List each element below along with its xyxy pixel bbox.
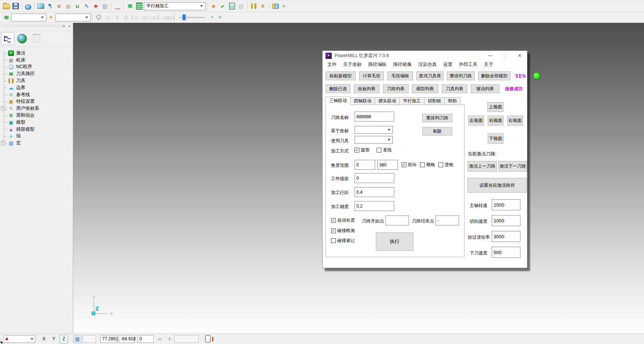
sim-tool-button[interactable]: ✦ — [46, 13, 56, 22]
open-file-button[interactable] — [2, 1, 11, 11]
tree-item-boundaries[interactable]: ☁ 边界 — [0, 84, 73, 91]
collision-avoid-checkbox[interactable]: 碰撞避让 — [331, 238, 355, 243]
start-point-input[interactable] — [385, 215, 409, 225]
cross-arrows-button[interactable]: ✕ — [258, 1, 267, 11]
tolerance-input[interactable] — [355, 201, 394, 211]
circle-checkbox[interactable]: ✓ 圆形 — [355, 147, 370, 153]
axis-x-button[interactable]: X — [40, 335, 48, 343]
drive-list-button[interactable]: 驱动列表 — [471, 84, 499, 93]
line-checkbox[interactable]: 直线 — [377, 147, 392, 153]
delete-all-models-button[interactable]: 删除全部模型 — [478, 71, 510, 80]
device-icon[interactable] — [205, 335, 210, 343]
paste-new-model-button[interactable]: 粘贴新模型 — [325, 71, 356, 80]
tree-item-groups[interactable]: ◈ 组 — [0, 133, 73, 140]
workplane-combobox[interactable] — [4, 335, 35, 343]
sim-tool-combobox[interactable] — [56, 14, 91, 21]
pattern-button[interactable]: ✎ — [82, 1, 91, 11]
menu-coords[interactable]: 关于坐标 — [340, 62, 365, 68]
collision-check-checkbox[interactable]: ✓ 碰撞检测 — [331, 228, 355, 234]
highlight-button[interactable] — [94, 13, 103, 22]
tree-item-machine[interactable]: ▦ 机床 — [0, 57, 73, 64]
pause-button[interactable]: ‖ — [113, 13, 122, 22]
cylinders-button[interactable] — [271, 1, 280, 11]
activate-prev-button[interactable]: 激活上一刀路 — [467, 161, 497, 172]
ruler-button[interactable]: ▤ — [236, 1, 246, 11]
menu-settings[interactable]: 设置 — [440, 62, 456, 68]
tree-item-patterns[interactable]: ✳ 参考线 — [0, 91, 73, 98]
toolpath-verify-button[interactable]: ★ — [209, 1, 218, 11]
axis-z-button[interactable]: Z — [60, 335, 68, 343]
edit-stock-button[interactable]: 毛坯编辑 — [387, 71, 413, 80]
explorer-tab-web[interactable] — [15, 32, 29, 45]
close-sim-toolbar-button[interactable]: ✕ — [216, 13, 224, 22]
toolpath-name-input[interactable] — [355, 112, 394, 122]
tab-3axis[interactable]: 三轴联动 — [325, 96, 351, 105]
delete-selected-button[interactable]: 删除已选 — [325, 84, 351, 93]
view-right-button[interactable]: 右视图 — [507, 116, 523, 126]
panel-close-button[interactable]: ✕ — [67, 24, 72, 29]
cutting-feed-input[interactable] — [492, 215, 520, 226]
view-top-button[interactable]: 上视图 — [487, 102, 504, 112]
view-bottom-button[interactable]: 下视图 — [488, 133, 504, 144]
grid-size-field[interactable] — [83, 335, 96, 343]
grid-button[interactable]: ▦ — [73, 335, 82, 343]
jug-button[interactable] — [24, 1, 33, 11]
menu-path-edit[interactable]: 路径编辑 — [365, 62, 390, 68]
view-left-button[interactable]: 左视图 — [468, 116, 484, 126]
fast-forward-button[interactable]: ▷▷ — [149, 13, 159, 22]
tab-parallel[interactable]: 平行加工 — [400, 97, 424, 105]
rearrange-button[interactable]: 重排列刀路 — [422, 114, 452, 122]
stock-remain-input[interactable] — [355, 173, 394, 183]
view-front-button[interactable]: 前视图 — [488, 116, 504, 126]
expander-icon[interactable]: + — [1, 106, 5, 110]
refresh-button[interactable]: 刷新 — [422, 127, 452, 136]
calculator-button[interactable] — [227, 1, 236, 11]
end-point-input[interactable] — [435, 215, 459, 225]
conventional-mill-checkbox[interactable]: 逆铣 — [438, 162, 453, 168]
tree-item-levels[interactable]: ≣ 层和组合 — [0, 112, 73, 119]
tab-help[interactable]: 帮助 — [445, 97, 460, 105]
tree-item-nc-programs[interactable]: ❏ NC程序 — [0, 64, 73, 71]
panel-grip[interactable] — [1, 27, 61, 29]
go-start-button[interactable]: ▏◁◁ — [159, 13, 168, 22]
active-toolpath-combobox[interactable]: 平行精加工 — [144, 2, 206, 10]
rewind-button[interactable]: ◁◁ — [140, 13, 149, 22]
toolpath-check-button[interactable]: ✔ — [218, 1, 227, 11]
menu-render-sim[interactable]: 渲染仿真 — [415, 62, 440, 68]
speed-slider[interactable] — [179, 14, 205, 21]
resize-grip[interactable] — [1, 341, 3, 343]
drilling-button[interactable]: ⌒ — [113, 1, 122, 11]
execute-button[interactable]: 执行 — [376, 232, 413, 251]
menu-external-tools[interactable]: 外部工具 — [456, 62, 481, 68]
angle-to-input[interactable] — [377, 160, 398, 170]
expander-icon[interactable]: + — [1, 141, 5, 145]
tab-4axis[interactable]: 四轴联动 — [351, 97, 375, 105]
play-button[interactable]: ▷ — [103, 13, 113, 22]
angle-from-input[interactable] — [355, 160, 375, 170]
slider-handle[interactable] — [182, 14, 186, 20]
go-end-button[interactable]: ▷▷▏ — [168, 13, 177, 22]
tree-item-feature-sets[interactable]: ▣ 特征设置 — [0, 98, 73, 105]
rearrange-toolpaths-button[interactable]: 重排列刀路 — [447, 71, 475, 80]
points-button[interactable]: ❖ — [91, 1, 100, 11]
tool-library-button[interactable]: 星河刀具库 — [416, 71, 444, 80]
menu-file[interactable]: 文件 — [324, 62, 340, 68]
menu-about[interactable]: 关于 — [481, 62, 497, 68]
toolpath-list-button[interactable] — [135, 1, 144, 11]
menu-path-mirror[interactable]: 路径镜像 — [390, 62, 415, 68]
toolpath-list-button[interactable]: 刀路列表 — [383, 84, 409, 93]
tree-item-toolpaths[interactable]: ≋ 刀具路径 — [0, 70, 73, 77]
maximize-button[interactable]: ▢ — [498, 51, 512, 60]
close-toolbar-button[interactable]: ✕ — [280, 1, 288, 11]
model-list-button[interactable]: 模型列表 — [412, 84, 438, 93]
calc-stock-button[interactable]: 计算毛坯 — [359, 71, 384, 80]
save-button[interactable] — [11, 1, 20, 11]
skim-feed-input[interactable] — [492, 231, 520, 242]
step-back-button[interactable]: ◁▏ — [122, 13, 131, 22]
coord-x-readout[interactable]: 77.2951 — [100, 335, 117, 343]
toolpath-button[interactable]: ≋ — [125, 1, 135, 11]
sim-toolpath-combobox[interactable] — [11, 14, 46, 21]
coord-list-button[interactable]: 坐标列表 — [354, 84, 380, 93]
minimize-button[interactable]: — — [483, 51, 498, 60]
dialog-titlebar[interactable]: ✦ PowerMILL 忆梦星河 7.0.6 — ▢ ✕ — [323, 51, 527, 60]
